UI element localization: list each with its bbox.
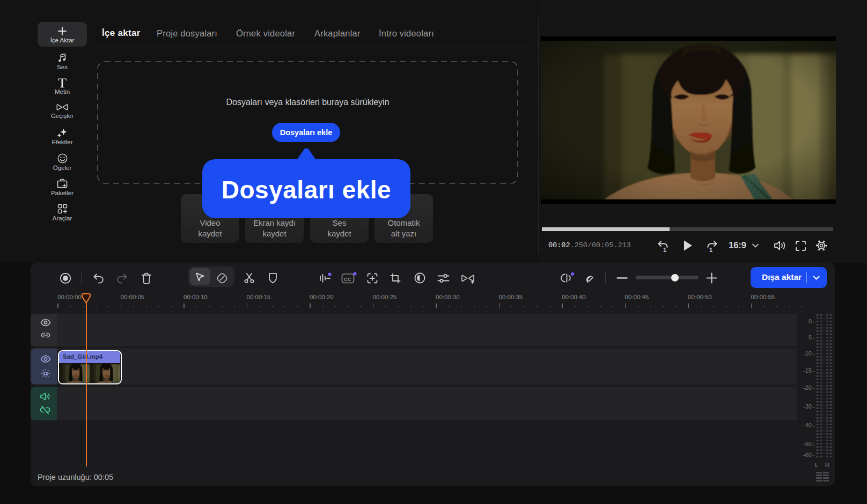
svg-text:Dosyaları ekle: Dosyaları ekle bbox=[222, 176, 391, 204]
svg-text:1: 1 bbox=[663, 247, 666, 253]
svg-text:CC: CC bbox=[344, 276, 351, 282]
svg-text:1: 1 bbox=[709, 247, 712, 253]
